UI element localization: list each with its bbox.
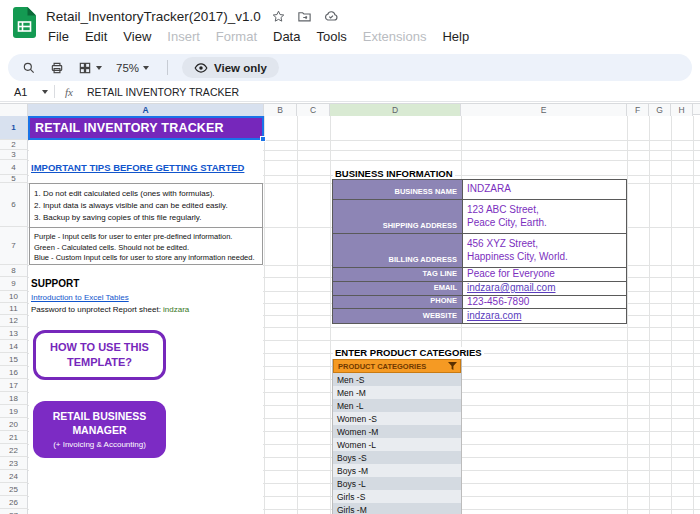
row-header-5[interactable]: 5 [0, 175, 28, 183]
category-row[interactable]: Girls -S [333, 490, 461, 503]
grid-view-icon[interactable] [78, 61, 102, 75]
row-header-24[interactable]: 24 [0, 470, 28, 483]
row-header-6[interactable]: 6 [0, 183, 28, 227]
row-header-10[interactable]: 10 [0, 291, 28, 303]
column-header-E[interactable]: E [461, 104, 627, 116]
how-to-use-button[interactable]: HOW TO USE THIS TEMPLATE? [33, 330, 166, 380]
menu-edit[interactable]: Edit [77, 27, 115, 46]
category-row[interactable]: Boys -M [333, 464, 461, 477]
chevron-down-icon[interactable] [42, 90, 48, 94]
menu-view[interactable]: View [115, 27, 159, 46]
business-value[interactable]: 456 XYZ Street,Happiness City, World. [463, 234, 626, 267]
sheets-logo-icon[interactable] [13, 7, 36, 42]
business-value[interactable]: indzara@gmail.com [463, 282, 626, 295]
column-header-B[interactable]: B [264, 104, 297, 116]
row-header-26[interactable]: 26 [0, 496, 28, 509]
row-header-18[interactable]: 18 [0, 392, 28, 405]
business-info-row[interactable]: BILLING ADDRESS456 XYZ Street,Happiness … [333, 234, 626, 268]
row-header-13[interactable]: 13 [0, 327, 28, 340]
row-header-2[interactable]: 2 [0, 140, 28, 150]
menu-extensions[interactable]: Extensions [355, 27, 435, 46]
row-header-1[interactable]: 1 [0, 116, 28, 140]
menu-insert[interactable]: Insert [159, 27, 208, 46]
column-header-F[interactable]: F [627, 104, 649, 116]
category-row[interactable]: Boys -L [333, 477, 461, 490]
category-row[interactable]: Boys -S [333, 451, 461, 464]
password-prefix: Password to unprotect Report sheet: [31, 305, 163, 314]
category-row[interactable]: Women -L [333, 438, 461, 451]
column-header-A[interactable]: A [28, 104, 264, 116]
column-header-H[interactable]: H [671, 104, 693, 116]
business-value-line: 456 XYZ Street, [467, 238, 626, 251]
support-link[interactable]: Introduction to Excel Tables [31, 293, 129, 302]
move-folder-icon[interactable] [297, 8, 313, 24]
row-header-21[interactable]: 21 [0, 431, 28, 444]
formula-bar-divider [54, 85, 55, 98]
category-row[interactable]: Men -L [333, 399, 461, 412]
column-header-D[interactable]: D [330, 104, 461, 116]
search-icon[interactable] [22, 61, 36, 75]
business-info-row[interactable]: WEBSITEindzara.com [333, 309, 626, 323]
gridline [693, 116, 694, 514]
row-header-11[interactable]: 11 [0, 303, 28, 315]
row-header-9[interactable]: 9 [0, 277, 28, 291]
row-header-7[interactable]: 7 [0, 227, 28, 265]
business-value-link[interactable]: indzara@gmail.com [467, 282, 626, 295]
row-header-12[interactable]: 12 [0, 315, 28, 327]
menu-file[interactable]: File [40, 27, 77, 46]
business-label: BILLING ADDRESS [333, 234, 463, 267]
formula-input[interactable]: RETAIL INVENTORY TRACKER [87, 86, 239, 98]
business-info-row[interactable]: PHONE123-456-7890 [333, 296, 626, 309]
business-value[interactable]: INDZARA [463, 180, 626, 199]
name-box[interactable]: A1 [14, 86, 38, 98]
menu-format[interactable]: Format [208, 27, 265, 46]
business-info-row[interactable]: BUSINESS NAMEINDZARA [333, 180, 626, 200]
row-header-17[interactable]: 17 [0, 379, 28, 392]
business-value[interactable]: Peace for Everyone [463, 268, 626, 281]
select-all-corner[interactable] [0, 104, 28, 116]
cell-a1-title-banner[interactable]: RETAIL INVENTORY TRACKER [28, 116, 264, 140]
row-header-4[interactable]: 4 [0, 160, 28, 175]
menu-data[interactable]: Data [265, 27, 308, 46]
row-header-22[interactable]: 22 [0, 444, 28, 457]
menu-tools[interactable]: Tools [308, 27, 354, 46]
row-header-3[interactable]: 3 [0, 150, 28, 160]
row-header-25[interactable]: 25 [0, 483, 28, 496]
category-row[interactable]: Girls -M [333, 503, 461, 514]
business-value[interactable]: indzara.com [463, 309, 626, 323]
business-info-heading: BUSINESS INFORMATION [333, 168, 455, 179]
zoom-control[interactable]: 75% [116, 62, 149, 74]
business-value[interactable]: 123 ABC Street,Peace City, Earth. [463, 200, 626, 233]
business-info-row[interactable]: TAG LINEPeace for Everyone [333, 268, 626, 282]
business-info-row[interactable]: EMAILindzara@gmail.com [333, 282, 626, 296]
category-row[interactable]: Women -M [333, 425, 461, 438]
business-info-row[interactable]: SHIPPING ADDRESS123 ABC Street,Peace Cit… [333, 200, 626, 234]
column-header-G[interactable]: G [649, 104, 671, 116]
filter-icon[interactable] [448, 362, 457, 371]
view-only-chip[interactable]: View only [182, 57, 279, 78]
row-header-20[interactable]: 20 [0, 418, 28, 431]
business-value-link[interactable]: indzara.com [467, 310, 626, 323]
row-header-23[interactable]: 23 [0, 457, 28, 470]
row-header-16[interactable]: 16 [0, 366, 28, 379]
menu-help[interactable]: Help [434, 27, 477, 46]
category-row[interactable]: Men -M [333, 386, 461, 399]
business-label: EMAIL [333, 282, 463, 295]
star-icon[interactable] [271, 8, 287, 24]
row-header-15[interactable]: 15 [0, 353, 28, 366]
category-row[interactable]: Men -S [333, 373, 461, 386]
column-header-C[interactable]: C [297, 104, 330, 116]
selection-fill-handle[interactable] [260, 136, 266, 142]
tips-box: 1. Do not edit calculated cells (ones wi… [29, 183, 263, 265]
row-header-14[interactable]: 14 [0, 340, 28, 353]
print-icon[interactable] [50, 61, 64, 75]
business-info-table: BUSINESS NAMEINDZARASHIPPING ADDRESS123 … [332, 179, 627, 324]
eye-icon [194, 61, 208, 75]
retail-business-manager-button[interactable]: RETAIL BUSINESS MANAGER (+ Invoicing & A… [33, 401, 166, 458]
doc-title[interactable]: Retail_InventoryTracker(2017)_v1.0 [46, 9, 261, 24]
category-row[interactable]: Women -S [333, 412, 461, 425]
row-header-19[interactable]: 19 [0, 405, 28, 418]
row-header-27[interactable]: 27 [0, 509, 28, 514]
row-header-8[interactable]: 8 [0, 265, 28, 277]
business-value[interactable]: 123-456-7890 [463, 296, 626, 308]
